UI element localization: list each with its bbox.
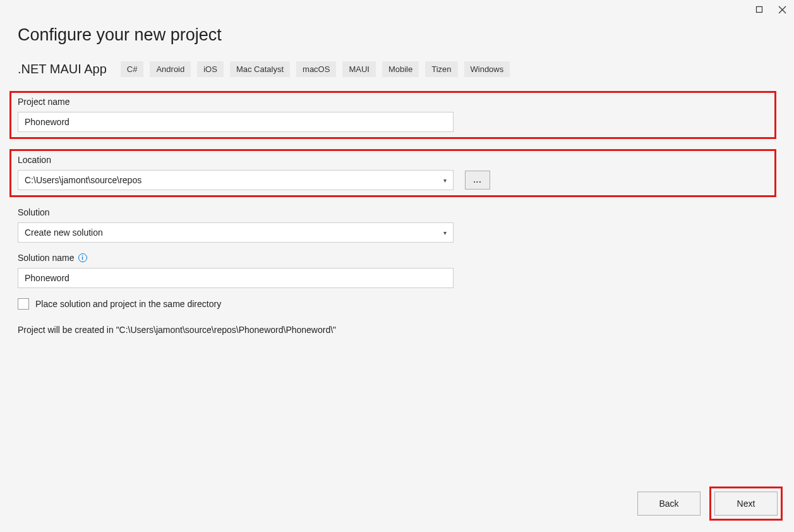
page-title: Configure your new project [18,25,776,45]
tag: Tizen [425,61,457,77]
svg-rect-0 [757,7,762,13]
next-button[interactable]: Next [714,492,778,516]
tag: macOS [296,61,336,77]
template-tags: C# Android iOS Mac Catalyst macOS MAUI M… [121,61,510,77]
project-name-group: Project name [9,91,776,139]
same-directory-label: Place solution and project in the same d… [35,299,221,309]
same-directory-checkbox[interactable] [18,298,29,310]
template-name: .NET MAUI App [18,62,107,76]
project-name-label: Project name [18,97,69,107]
tag: Mac Catalyst [230,61,290,77]
location-value: C:\Users\jamont\source\repos [25,175,141,185]
solution-name-input[interactable] [18,268,454,288]
back-button[interactable]: Back [637,492,701,516]
project-name-input[interactable] [18,112,454,132]
tag: Mobile [382,61,419,77]
solution-value: Create new solution [25,227,103,238]
tag: Windows [464,61,510,77]
next-button-highlight: Next [709,487,783,521]
close-button[interactable] [778,5,786,14]
tag: MAUI [342,61,376,77]
info-icon[interactable]: i [78,253,87,262]
chevron-down-icon: ▾ [443,229,447,236]
solution-label: Solution [18,207,50,217]
maximize-button[interactable] [755,5,764,14]
browse-location-button[interactable]: ... [465,171,490,190]
location-dropdown[interactable]: C:\Users\jamont\source\repos ▾ [18,170,454,190]
project-path-note: Project will be created in "C:\Users\jam… [18,325,776,335]
solution-dropdown[interactable]: Create new solution ▾ [18,222,454,243]
location-label: Location [18,155,51,165]
solution-group: Solution Create new solution ▾ [18,207,776,243]
tag: iOS [197,61,224,77]
location-group: Location C:\Users\jamont\source\repos ▾ … [9,149,776,197]
solution-name-label: Solution name [18,253,75,263]
chevron-down-icon: ▾ [443,177,447,184]
tag: C# [121,61,144,77]
tag: Android [150,61,191,77]
solution-name-group: Solution name i [18,253,776,288]
